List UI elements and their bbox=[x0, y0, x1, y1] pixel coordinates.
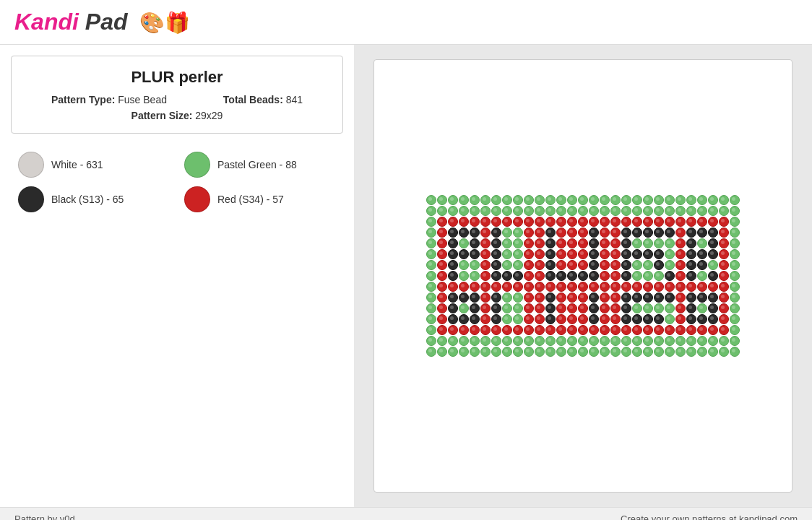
pattern-title: PLUR perler bbox=[23, 68, 331, 87]
bead bbox=[600, 292, 610, 303]
bead bbox=[491, 228, 501, 238]
bead bbox=[480, 228, 491, 238]
bead bbox=[437, 260, 447, 270]
bead bbox=[459, 217, 469, 227]
bead bbox=[730, 271, 740, 281]
bead bbox=[524, 249, 534, 259]
bead bbox=[578, 271, 588, 281]
bead bbox=[708, 292, 718, 303]
logo-kandi: Kandi bbox=[14, 9, 79, 35]
bead bbox=[491, 260, 501, 270]
bead bbox=[545, 292, 556, 303]
bead bbox=[491, 336, 501, 346]
bead bbox=[632, 228, 642, 238]
bead bbox=[426, 195, 436, 205]
bead bbox=[654, 282, 664, 292]
bead bbox=[502, 217, 512, 227]
bead bbox=[567, 271, 577, 281]
bead-row bbox=[426, 206, 740, 216]
bead bbox=[686, 336, 696, 346]
bead bbox=[675, 228, 686, 238]
bead bbox=[567, 217, 577, 227]
bead bbox=[708, 347, 718, 357]
bead bbox=[459, 325, 469, 335]
bead-row bbox=[426, 336, 740, 346]
bead bbox=[589, 260, 599, 270]
bead bbox=[437, 292, 447, 303]
bead bbox=[697, 347, 707, 357]
bead bbox=[675, 249, 686, 259]
bead bbox=[556, 314, 566, 324]
bead bbox=[513, 206, 523, 216]
bead bbox=[426, 206, 436, 216]
bead bbox=[491, 195, 501, 205]
bead bbox=[589, 292, 599, 303]
bead bbox=[675, 347, 686, 357]
bead-row bbox=[426, 195, 740, 205]
bead bbox=[480, 336, 491, 346]
bead bbox=[448, 217, 458, 227]
bead bbox=[730, 282, 740, 292]
logo: Kandi Pad 🎨🎁 bbox=[14, 9, 190, 35]
total-beads-label: Total Beads: bbox=[223, 94, 283, 105]
bead bbox=[643, 325, 653, 335]
bead bbox=[513, 195, 523, 205]
bead bbox=[426, 238, 436, 248]
bead bbox=[654, 325, 664, 335]
bead bbox=[448, 336, 458, 346]
bead bbox=[448, 228, 458, 238]
bead bbox=[621, 303, 631, 313]
bead bbox=[675, 325, 686, 335]
color-item-2: Black (S13) - 65 bbox=[18, 186, 170, 212]
bead bbox=[675, 292, 686, 303]
bead bbox=[708, 271, 718, 281]
bead bbox=[589, 249, 599, 259]
bead bbox=[567, 325, 577, 335]
bead bbox=[643, 292, 653, 303]
bead bbox=[491, 206, 501, 216]
bead bbox=[470, 282, 480, 292]
bead bbox=[708, 238, 718, 248]
bead bbox=[665, 325, 675, 335]
bead bbox=[719, 271, 729, 281]
bead bbox=[621, 325, 631, 335]
bead bbox=[513, 228, 523, 238]
bead bbox=[719, 228, 729, 238]
bead bbox=[567, 206, 577, 216]
color-item-1: Pastel Green - 88 bbox=[184, 152, 336, 178]
color-swatch-3 bbox=[184, 186, 210, 212]
bead bbox=[448, 195, 458, 205]
bead bbox=[470, 238, 480, 248]
bead bbox=[730, 314, 740, 324]
bead bbox=[621, 260, 631, 270]
bead bbox=[665, 206, 675, 216]
bead bbox=[459, 238, 469, 248]
bead bbox=[556, 325, 566, 335]
bead bbox=[437, 195, 447, 205]
bead bbox=[459, 228, 469, 238]
bead bbox=[600, 303, 610, 313]
bead bbox=[459, 347, 469, 357]
bead bbox=[719, 260, 729, 270]
bead bbox=[480, 206, 491, 216]
bead bbox=[708, 325, 718, 335]
bead bbox=[643, 249, 653, 259]
bead bbox=[426, 303, 436, 313]
bead bbox=[643, 271, 653, 281]
bead bbox=[535, 217, 545, 227]
bead bbox=[448, 347, 458, 357]
bead bbox=[719, 336, 729, 346]
bead bbox=[686, 347, 696, 357]
bead bbox=[535, 206, 545, 216]
bead bbox=[610, 336, 621, 346]
bead bbox=[524, 217, 534, 227]
pattern-size-row: Pattern Size: 29x29 bbox=[23, 110, 331, 121]
bead bbox=[730, 347, 740, 357]
bead bbox=[545, 282, 556, 292]
bead bbox=[708, 314, 718, 324]
bead bbox=[556, 217, 566, 227]
bead bbox=[697, 271, 707, 281]
bead bbox=[535, 282, 545, 292]
color-name-0: White - 631 bbox=[51, 159, 103, 170]
bead bbox=[686, 314, 696, 324]
